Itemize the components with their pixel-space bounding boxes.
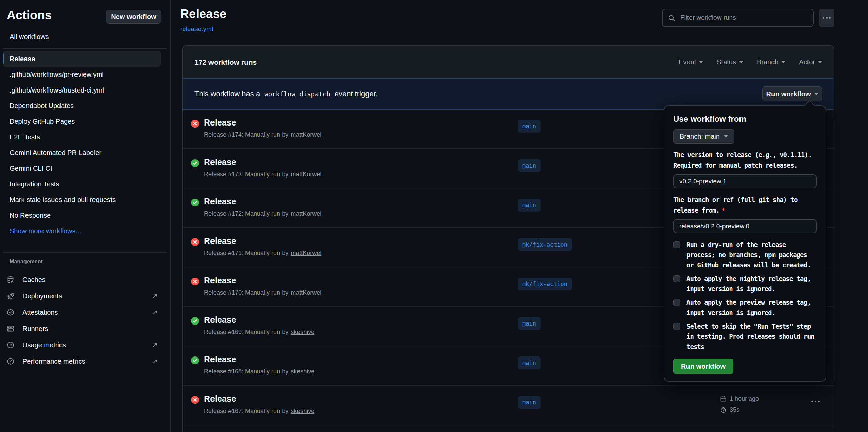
- sidebar-item-deployments[interactable]: Deployments ↗: [3, 288, 167, 304]
- actions-sidebar: Actions New workflow All workflows Relea…: [0, 0, 171, 432]
- run-title-link[interactable]: Release: [204, 157, 236, 167]
- run-title-link[interactable]: Release: [204, 197, 236, 206]
- actor-link[interactable]: mattKorwel: [291, 171, 321, 178]
- checkbox-label: Run a dry-run of the release process; no…: [686, 239, 817, 270]
- sidebar-divider: [3, 48, 167, 49]
- stopwatch-icon: [720, 406, 727, 413]
- workflow-file-link[interactable]: release.yml: [180, 25, 213, 33]
- run-title-link[interactable]: Release: [204, 118, 236, 128]
- run-title-link[interactable]: Release: [204, 394, 236, 404]
- meter-icon: [7, 341, 14, 349]
- cache-icon: [7, 276, 14, 283]
- run-workflow-submit-button[interactable]: Run workflow: [673, 359, 733, 374]
- branch-badge[interactable]: main: [518, 159, 541, 172]
- branch-ref-input[interactable]: [673, 219, 817, 233]
- meter-icon: [7, 358, 14, 365]
- run-subtitle: Release #168: Manually run byskeshive: [204, 368, 314, 375]
- run-subtitle: Release #172: Manually run bymattKorwel: [204, 210, 321, 217]
- popup-heading: Use workflow from: [673, 114, 817, 124]
- search-input[interactable]: [680, 9, 812, 26]
- verified-icon: [7, 309, 14, 316]
- show-more-workflows-link[interactable]: Show more workflows...: [3, 223, 161, 239]
- page-title: Release: [180, 7, 226, 21]
- rocket-icon: [7, 292, 14, 300]
- sidebar-item-dependabot-updates[interactable]: Dependabot Updates: [3, 98, 161, 114]
- run-subtitle: Release #171: Manually run bymattKorwel: [204, 250, 321, 257]
- branch-badge[interactable]: mk/fix-action: [518, 238, 572, 251]
- sidebar-item-e2e-tests[interactable]: E2E Tests: [3, 129, 161, 145]
- sidebar-item-attestations[interactable]: Attestations ↗: [3, 304, 167, 320]
- nightly-tag-checkbox[interactable]: [673, 275, 680, 282]
- kebab-horizontal-icon: [811, 401, 813, 402]
- actor-link[interactable]: skeshive: [291, 408, 314, 414]
- field-description: The branch or ref (full git sha) to rele…: [673, 195, 817, 216]
- filter-branch[interactable]: Branch: [757, 58, 785, 66]
- sidebar-item-mark-stale[interactable]: Mark stale issues and pull requests: [3, 192, 161, 207]
- dry-run-checkbox[interactable]: [673, 241, 680, 248]
- sidebar-item-deploy-github-pages[interactable]: Deploy GitHub Pages: [3, 114, 161, 129]
- check-circle-icon: [191, 159, 199, 167]
- new-workflow-button[interactable]: New workflow: [106, 10, 161, 24]
- sidebar-item-label: Performance metrics: [22, 358, 85, 365]
- branch-badge[interactable]: main: [518, 356, 541, 369]
- branch-badge[interactable]: main: [518, 317, 541, 330]
- sidebar-divider: [3, 252, 167, 253]
- chevron-down-icon: [781, 61, 785, 63]
- filter-status[interactable]: Status: [717, 58, 743, 66]
- sidebar-item-caches[interactable]: Caches: [3, 271, 167, 288]
- sidebar-item-no-response[interactable]: No Response: [3, 207, 161, 223]
- branch-badge[interactable]: main: [518, 199, 541, 212]
- run-workflow-dropdown-button[interactable]: Run workflow: [762, 86, 822, 101]
- sidebar-item-trusted-ci[interactable]: .github/workflows/trusted-ci.yml: [3, 82, 161, 98]
- workflow-nav-list: Release .github/workflows/pr-review.yml …: [3, 51, 161, 239]
- run-subtitle: Release #174: Manually run bymattKorwel: [204, 131, 321, 138]
- sidebar-item-integration-tests[interactable]: Integration Tests: [3, 176, 161, 192]
- branch-select-button[interactable]: Branch: main: [673, 129, 734, 144]
- x-circle-icon: [191, 120, 199, 128]
- management-heading: Management: [10, 259, 43, 265]
- branch-badge[interactable]: main: [518, 396, 541, 409]
- filter-event[interactable]: Event: [679, 58, 703, 66]
- run-title-link[interactable]: Release: [204, 315, 236, 325]
- sidebar-item-gemini-pr-labeler[interactable]: Gemini Automated PR Labeler: [3, 145, 161, 161]
- actor-link[interactable]: mattKorwel: [291, 289, 321, 296]
- skip-tests-checkbox[interactable]: [673, 323, 680, 330]
- run-options-button[interactable]: [811, 401, 820, 402]
- field-description: The version to release (e.g., v0.1.11). …: [673, 150, 817, 171]
- version-input[interactable]: [673, 174, 817, 188]
- workflow-options-button[interactable]: [819, 9, 834, 27]
- sidebar-item-usage-metrics[interactable]: Usage metrics ↗: [3, 337, 167, 353]
- preview-tag-checkbox[interactable]: [673, 299, 680, 306]
- actor-link[interactable]: mattKorwel: [291, 210, 321, 217]
- workflow-run-row[interactable]: Release Release #167: Manually run byske…: [183, 386, 834, 425]
- x-circle-icon: [191, 238, 199, 246]
- sidebar-item-runners[interactable]: Runners: [3, 320, 167, 337]
- run-subtitle: Release #167: Manually run byskeshive: [204, 408, 314, 415]
- server-icon: [7, 325, 14, 332]
- run-title-link[interactable]: Release: [204, 236, 236, 246]
- checkbox-label: Select to skip the "Run Tests" step in t…: [686, 321, 817, 352]
- branch-badge[interactable]: mk/fix-action: [518, 278, 572, 290]
- filter-workflow-runs-input[interactable]: [662, 9, 814, 27]
- actor-link[interactable]: skeshive: [291, 329, 314, 335]
- banner-text: event trigger.: [335, 89, 378, 98]
- run-title-link[interactable]: Release: [204, 276, 236, 285]
- workflow-dispatch-code: workflow_dispatch: [264, 90, 330, 98]
- sidebar-item-gemini-cli-ci[interactable]: Gemini CLI CI: [3, 161, 161, 176]
- sidebar-item-release[interactable]: Release: [3, 51, 161, 67]
- required-asterisk: *: [721, 206, 725, 214]
- filter-actor[interactable]: Actor: [799, 58, 822, 66]
- run-meta: 1 hour ago 35s: [720, 393, 759, 415]
- actor-link[interactable]: skeshive: [291, 368, 314, 375]
- check-circle-icon: [191, 356, 199, 364]
- sidebar-item-pr-review[interactable]: .github/workflows/pr-review.yml: [3, 67, 161, 82]
- actor-link[interactable]: mattKorwel: [291, 250, 321, 256]
- external-link-icon: ↗: [152, 341, 158, 349]
- calendar-icon: [720, 396, 727, 402]
- sidebar-item-label: Deployments: [22, 292, 62, 300]
- run-title-link[interactable]: Release: [204, 354, 236, 364]
- branch-badge[interactable]: main: [518, 120, 541, 133]
- actor-link[interactable]: mattKorwel: [291, 131, 321, 138]
- sidebar-item-all-workflows[interactable]: All workflows: [3, 29, 161, 44]
- sidebar-item-performance-metrics[interactable]: Performance metrics ↗: [3, 353, 167, 369]
